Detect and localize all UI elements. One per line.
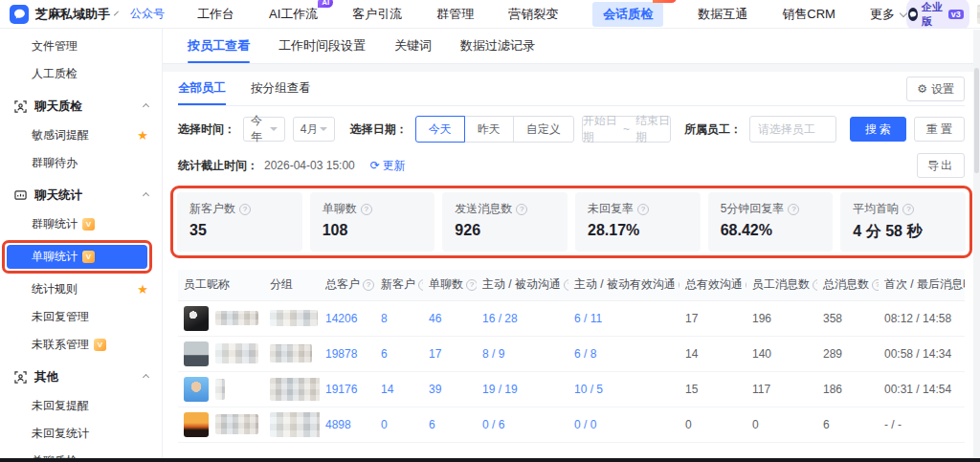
- ai-badge: AI: [318, 0, 333, 8]
- help-icon[interactable]: ?: [902, 204, 914, 215]
- stat-card-new-customers: 新客户数? 35: [177, 192, 302, 252]
- time-filter-label: 选择时间：: [178, 121, 235, 138]
- sidebar-item-group-chat-stats[interactable]: 群聊统计V: [0, 210, 162, 238]
- sidebar-item-uncontacted-management[interactable]: 未联系管理V: [0, 331, 162, 359]
- collapse-chevron-up-icon[interactable]: [143, 374, 149, 381]
- month-select[interactable]: 4月: [293, 117, 335, 142]
- employee-avatar: [184, 341, 209, 366]
- year-select[interactable]: 今年: [243, 117, 285, 142]
- total-customers-link[interactable]: 4898: [320, 407, 375, 442]
- reset-button[interactable]: 重置: [914, 117, 965, 142]
- nav-group-management[interactable]: 群管理: [436, 6, 474, 23]
- active-passive-link[interactable]: 8 / 9: [477, 336, 568, 371]
- hot-badge: HOT: [653, 0, 677, 3]
- help-icon[interactable]: ?: [239, 204, 251, 215]
- sidebar-item-manual-inspection[interactable]: 人工质检: [0, 60, 162, 88]
- sidebar-section-chat-statistics[interactable]: 聊天统计: [0, 181, 162, 210]
- help-icon[interactable]: ?: [363, 279, 374, 291]
- sidebar-item-file-management[interactable]: 文件管理: [0, 33, 162, 60]
- refresh-link[interactable]: ⟳更新: [370, 158, 406, 174]
- redacted-group: [270, 310, 318, 326]
- new-customers-link[interactable]: 8: [375, 300, 423, 336]
- active-passive-link[interactable]: 0 / 6: [477, 407, 568, 442]
- help-icon[interactable]: ?: [516, 204, 527, 215]
- total-customers-link[interactable]: 19878: [320, 336, 375, 371]
- total-customers-link[interactable]: 14206: [320, 300, 375, 336]
- stat-value: 108: [323, 222, 423, 239]
- help-icon[interactable]: ?: [361, 204, 372, 215]
- sidebar-item-stats-rules[interactable]: 统计规则★: [0, 275, 162, 303]
- help-icon[interactable]: ?: [788, 204, 799, 215]
- vertical-scrollbar-thumb[interactable]: [974, 68, 979, 173]
- chat-count-link[interactable]: 6: [423, 407, 477, 442]
- sidebar-item-sensitive-word-alert[interactable]: 敏感词提醒★: [0, 121, 162, 149]
- settings-button[interactable]: ⚙设置: [906, 77, 965, 101]
- sidebar-item-group-chat-todo[interactable]: 群聊待办: [0, 149, 162, 177]
- export-button[interactable]: 导出: [917, 153, 965, 178]
- nav-marketing-fission[interactable]: 营销裂变: [508, 6, 558, 23]
- redacted-group: [270, 344, 312, 363]
- account-type-link[interactable]: 公众号: [130, 6, 165, 22]
- tab-work-hours-setting[interactable]: 工作时间段设置: [278, 29, 366, 63]
- help-icon[interactable]: ?: [418, 279, 423, 291]
- search-button[interactable]: 搜索: [850, 117, 906, 142]
- active-passive-valid-link[interactable]: 6 / 8: [568, 336, 679, 371]
- sidebar-section-other[interactable]: 其他: [0, 363, 162, 392]
- active-passive-valid-link[interactable]: 6 / 11: [568, 300, 679, 336]
- redacted-group: [270, 412, 320, 437]
- chat-count-link[interactable]: 17: [423, 336, 477, 371]
- main-content: 按员工查看 工作时间段设置 关键词 数据过滤记录 全部员工 按分组查看 ⚙设置 …: [163, 29, 980, 458]
- chat-count-link[interactable]: 39: [423, 371, 477, 407]
- date-range-input[interactable]: 开始日期~结束日期: [582, 116, 671, 143]
- sidebar-section-chat-inspection[interactable]: 聊天质检: [0, 92, 162, 121]
- nav-chat-inspection[interactable]: 会话质检HOT: [592, 2, 663, 27]
- new-customers-link[interactable]: 0: [375, 407, 423, 442]
- sub-tabbar: 全部员工 按分组查看 ⚙设置: [178, 72, 965, 106]
- brand-chevron-down-icon[interactable]: [114, 11, 119, 15]
- date-option-today[interactable]: 今天: [415, 116, 465, 143]
- tab-keywords[interactable]: 关键词: [394, 29, 432, 63]
- date-option-custom[interactable]: 自定义: [513, 116, 574, 143]
- sidebar-item-single-chat-inspection[interactable]: 单聊质检: [0, 448, 162, 458]
- employee-avatar: [184, 377, 209, 402]
- vertical-scrollbar-track[interactable]: [973, 30, 980, 458]
- help-icon[interactable]: ?: [813, 279, 817, 291]
- tab-view-by-employee[interactable]: 按员工查看: [188, 29, 250, 63]
- subtab-all-employees[interactable]: 全部员工: [178, 72, 226, 105]
- subtab-by-group[interactable]: 按分组查看: [251, 72, 311, 105]
- nav-more[interactable]: 更多: [870, 6, 906, 23]
- total-valid-cell: 17: [679, 300, 746, 336]
- edition-badge[interactable]: 企业版 v3: [906, 0, 969, 31]
- employee-select-input[interactable]: 请选择员工: [749, 116, 836, 143]
- help-icon[interactable]: ?: [564, 279, 568, 291]
- nav-ai-workflow[interactable]: AI工作流AI: [269, 6, 318, 23]
- nav-sales-crm[interactable]: 销售CRM: [782, 6, 835, 23]
- tab-data-filter-log[interactable]: 数据过滤记录: [460, 29, 535, 63]
- sidebar-item-unreplied-stats[interactable]: 未回复统计: [0, 420, 162, 448]
- stat-card-single-chats: 单聊数? 108: [310, 192, 435, 252]
- top-navbar: 芝麻私域助手 公众号 工作台 AI工作流AI 客户引流 群管理 营销裂变 会话质…: [0, 0, 980, 29]
- active-passive-valid-link[interactable]: 10 / 5: [568, 371, 679, 407]
- sidebar-item-unreplied-alert[interactable]: 未回复提醒: [0, 392, 162, 420]
- active-passive-link[interactable]: 19 / 19: [477, 371, 568, 407]
- nav-data-interchange[interactable]: 数据互通: [698, 6, 747, 23]
- active-passive-valid-link[interactable]: 0 / 0: [568, 407, 679, 442]
- help-icon[interactable]: ?: [637, 204, 649, 215]
- collapse-chevron-up-icon[interactable]: [143, 103, 149, 110]
- help-icon[interactable]: ?: [466, 279, 477, 291]
- nav-workbench[interactable]: 工作台: [197, 6, 234, 23]
- date-option-yesterday[interactable]: 昨天: [464, 116, 514, 143]
- new-customers-link[interactable]: 6: [375, 336, 423, 371]
- new-customers-link[interactable]: 14: [375, 371, 423, 407]
- sidebar-item-unreplied-management[interactable]: 未回复管理: [0, 303, 162, 331]
- help-icon[interactable]: ?: [872, 279, 879, 291]
- stat-card-sent-messages: 发送消息数? 926: [442, 192, 568, 252]
- active-passive-link[interactable]: 16 / 28: [477, 300, 568, 336]
- stat-card-5min-reply-rate: 5分钟回复率? 68.42%: [708, 192, 834, 252]
- table-row: 14206 8 46 16 / 28 6 / 11 17 196 358 08:…: [178, 300, 965, 336]
- total-customers-link[interactable]: 19176: [320, 371, 375, 407]
- sidebar-item-single-chat-stats[interactable]: 单聊统计V: [7, 245, 147, 269]
- chat-count-link[interactable]: 46: [423, 300, 477, 336]
- collapse-chevron-up-icon[interactable]: [143, 192, 149, 199]
- nav-customer-acquisition[interactable]: 客户引流: [352, 6, 402, 23]
